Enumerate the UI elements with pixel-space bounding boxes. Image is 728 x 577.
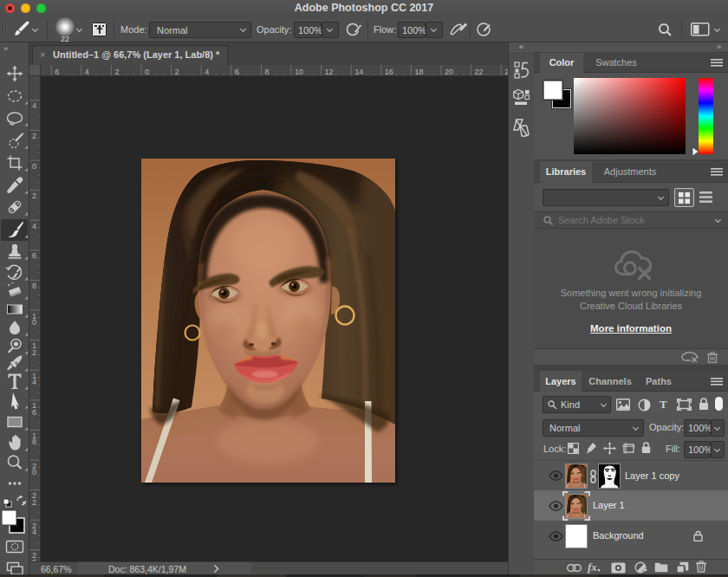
svg-text:6: 6	[32, 251, 36, 260]
svg-text:8: 8	[32, 282, 36, 290]
svg-text:2: 2	[32, 191, 36, 200]
svg-text:6: 6	[32, 408, 36, 417]
svg-text:4: 4	[32, 222, 36, 230]
svg-text:»: »	[3, 44, 8, 53]
svg-text:4: 4	[32, 528, 36, 536]
svg-text:4: 4	[32, 101, 36, 110]
svg-text:0: 0	[32, 318, 36, 327]
svg-text:2: 2	[32, 348, 36, 357]
svg-text:0: 0	[32, 468, 36, 477]
svg-text:8: 8	[32, 438, 36, 446]
svg-text:0: 0	[32, 162, 36, 171]
svg-text:4: 4	[32, 378, 36, 386]
svg-text:2: 2	[32, 132, 36, 140]
svg-text:2: 2	[32, 498, 36, 507]
